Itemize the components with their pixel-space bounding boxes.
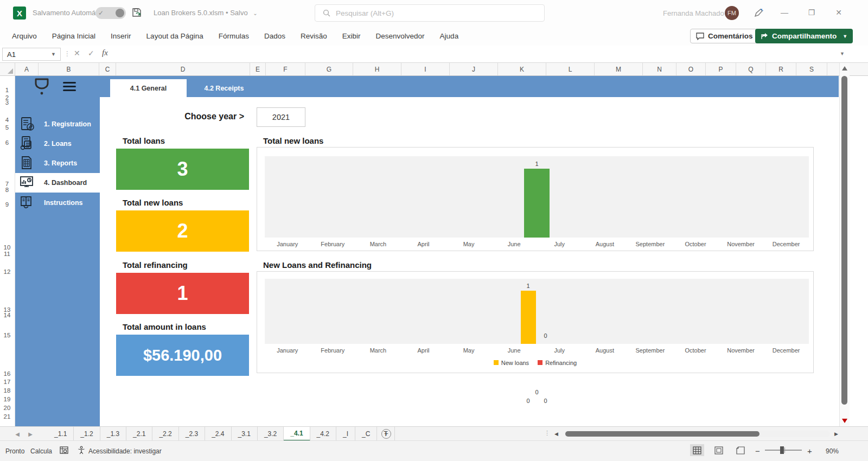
year-input[interactable]: 2021 — [257, 107, 305, 127]
row-header-14[interactable]: 14 — [0, 312, 14, 318]
menu-tab-ajuda[interactable]: Ajuda — [432, 32, 467, 40]
vscroll-down-icon[interactable] — [842, 419, 847, 423]
select-all-corner[interactable] — [0, 63, 15, 75]
row-header-18[interactable]: 18 — [0, 387, 14, 394]
row-header-16[interactable]: 16 — [0, 370, 14, 377]
menu-tab-exibir[interactable]: Exibir — [335, 32, 368, 40]
sheet-nav-right-icon[interactable]: ▶ — [25, 427, 36, 441]
column-header-E[interactable]: E — [250, 63, 266, 75]
avatar[interactable]: FM — [725, 6, 739, 20]
column-header-R[interactable]: R — [766, 63, 796, 75]
row-header-11[interactable]: 11 — [0, 251, 14, 257]
page-break-view-button[interactable] — [733, 444, 748, 456]
row-header-15[interactable]: 15 — [0, 332, 14, 338]
menu-hamburger-icon[interactable] — [63, 82, 76, 91]
comments-button[interactable]: Comentários — [690, 29, 759, 43]
sheet-tab-22[interactable]: _2.2 — [152, 427, 178, 441]
document-title[interactable]: Loan Brokers 5.0.xlsm • Salvo ⌄ — [154, 9, 258, 17]
row-header-8[interactable]: 8 — [0, 187, 14, 193]
row-header-4[interactable]: 4 — [0, 117, 14, 123]
close-button[interactable]: ✕ — [834, 8, 844, 17]
sheet-tab-24[interactable]: _2.4 — [205, 427, 231, 441]
column-header-I[interactable]: I — [401, 63, 450, 75]
sheet-tab-21[interactable]: _2.1 — [126, 427, 152, 441]
row-header-12[interactable]: 12 — [0, 268, 14, 275]
restore-button[interactable]: ❐ — [807, 8, 816, 17]
page-layout-view-button[interactable] — [712, 444, 726, 456]
vscroll-up-icon[interactable] — [842, 66, 847, 71]
sheet-tab-32[interactable]: _3.2 — [258, 427, 284, 441]
search-input[interactable]: Pesquisar (Alt+G) — [315, 4, 545, 22]
vertical-scrollbar[interactable] — [839, 63, 850, 426]
name-box[interactable]: A1 ▼ — [2, 48, 61, 61]
sidebar-item--reports[interactable]: 3. Reports — [15, 153, 100, 173]
add-sheet-button[interactable]: + — [381, 429, 391, 439]
feedback-pen-icon[interactable] — [753, 8, 764, 18]
hscroll-left-icon[interactable]: ◀ — [554, 431, 558, 437]
autosave-toggle[interactable]: ✓ — [95, 7, 126, 19]
column-header-N[interactable]: N — [643, 63, 676, 75]
column-header-G[interactable]: G — [305, 63, 353, 75]
macro-record-icon[interactable] — [60, 446, 68, 454]
column-header-S[interactable]: S — [796, 63, 827, 75]
column-header-K[interactable]: K — [498, 63, 546, 75]
menu-tab-revisão[interactable]: Revisão — [293, 32, 335, 40]
row-header-3[interactable]: 3 — [0, 99, 14, 106]
tab-4-1-general[interactable]: 4.1 General — [110, 79, 187, 97]
sheet-tab-31[interactable]: _3.1 — [232, 427, 258, 441]
hscroll-right-icon[interactable]: ▶ — [834, 431, 838, 437]
sheet-tab-C[interactable]: _C — [355, 427, 377, 441]
enter-icon[interactable]: ✓ — [88, 49, 94, 57]
sheet-tab-23[interactable]: _2.3 — [179, 427, 205, 441]
sidebar-item--dashboard[interactable]: 4. Dashboard — [15, 173, 100, 193]
column-header-M[interactable]: M — [595, 63, 643, 75]
column-header-D[interactable]: D — [116, 63, 250, 75]
zoom-out-button[interactable]: − — [755, 446, 760, 456]
formula-bar-expand-icon[interactable]: ▼ — [840, 51, 845, 56]
row-header-20[interactable]: 20 — [0, 405, 14, 411]
menu-tab-inserir[interactable]: Inserir — [103, 32, 139, 40]
sheet-tab-11[interactable]: _1.1 — [48, 427, 74, 441]
save-icon[interactable] — [131, 7, 142, 18]
row-header-10[interactable]: 10 — [0, 244, 14, 251]
excel-app-icon[interactable]: X — [13, 7, 26, 20]
menu-tab-layout-da-página[interactable]: Layout da Página — [139, 32, 211, 40]
row-header-17[interactable]: 17 — [0, 379, 14, 385]
column-header-F[interactable]: F — [266, 63, 305, 75]
column-header-C[interactable]: C — [99, 63, 116, 75]
row-header-9[interactable]: 9 — [0, 201, 14, 208]
column-header-L[interactable]: L — [546, 63, 595, 75]
menu-tab-dados[interactable]: Dados — [257, 32, 293, 40]
minimize-button[interactable]: — — [780, 8, 789, 17]
sidebar-item--loans[interactable]: 2. Loans — [15, 134, 100, 153]
sidebar-item--registration[interactable]: 1. Registration — [15, 114, 100, 134]
column-header-Q[interactable]: Q — [736, 63, 766, 75]
zoom-level[interactable]: 90% — [826, 447, 839, 455]
column-header-B[interactable]: B — [39, 63, 99, 75]
column-header-J[interactable]: J — [450, 63, 498, 75]
formula-input[interactable] — [115, 47, 837, 62]
row-header-19[interactable]: 19 — [0, 396, 14, 402]
column-header-O[interactable]: O — [676, 63, 706, 75]
user-name[interactable]: Fernanda Machado — [663, 9, 724, 17]
menu-tab-página-inicial[interactable]: Página Inicial — [44, 32, 103, 40]
sidebar-item-instructions[interactable]: Instructions — [15, 193, 100, 213]
menu-tab-fórmulas[interactable]: Fórmulas — [211, 32, 257, 40]
horizontal-scroll-thumb[interactable] — [565, 431, 760, 437]
calc-status[interactable]: Calcula — [30, 447, 52, 455]
sheet-tab-13[interactable]: _1.3 — [100, 427, 126, 441]
zoom-in-button[interactable]: + — [807, 446, 812, 456]
column-header-P[interactable]: P — [706, 63, 736, 75]
share-button[interactable]: Compartilhamento ▼ — [755, 29, 853, 43]
row-header-1[interactable]: 1 — [0, 87, 14, 93]
sheet-tab-42[interactable]: _4.2 — [310, 427, 336, 441]
row-header-5[interactable]: 5 — [0, 124, 14, 131]
sheet-tab-I[interactable]: _I — [336, 427, 355, 441]
accessibility-icon[interactable] — [77, 446, 86, 454]
sheet-tab-41[interactable]: _4.1 — [284, 427, 310, 441]
sheet-nav-left-icon[interactable]: ◀ — [12, 427, 23, 441]
sheet-tab-12[interactable]: _1.2 — [74, 427, 100, 441]
cancel-icon[interactable]: ✕ — [74, 49, 80, 57]
menu-tab-arquivo[interactable]: Arquivo — [4, 32, 44, 40]
normal-view-button[interactable] — [690, 444, 704, 456]
